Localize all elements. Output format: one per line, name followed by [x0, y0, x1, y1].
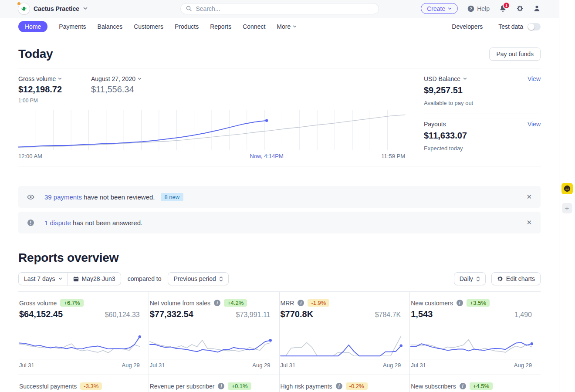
gross-volume-selector[interactable]: Gross volume — [18, 75, 91, 82]
metric-value: $64,152.45 — [19, 309, 63, 319]
chevron-down-icon — [293, 25, 297, 28]
search-icon — [186, 6, 192, 11]
date-range-button[interactable]: May28-Jun3 — [68, 272, 121, 285]
info-icon[interactable]: i — [298, 300, 304, 306]
change-badge: -3.3% — [80, 382, 102, 390]
account-menu[interactable]: Cactus Practice — [18, 3, 88, 14]
select-caret-icon — [476, 276, 480, 282]
info-icon[interactable]: i — [218, 383, 224, 389]
change-badge: +4.5% — [470, 382, 493, 390]
tab-label: Home — [25, 23, 41, 30]
global-search[interactable] — [180, 3, 379, 14]
alert-icon — [27, 219, 34, 226]
change-badge: +4.2% — [224, 299, 247, 307]
metric-value: $77,332.54 — [150, 309, 193, 319]
close-icon[interactable]: ✕ — [526, 219, 532, 226]
axis-end-label: Aug 29 — [122, 362, 140, 368]
developers-link[interactable]: Developers — [452, 21, 483, 32]
payments-review-banner: 39 payments have not been reviewed. 8 ne… — [18, 186, 541, 208]
create-button[interactable]: Create — [421, 3, 458, 14]
account-notification-dot — [17, 2, 20, 5]
compare-period-select[interactable]: Previous period — [168, 272, 228, 285]
metric-label: Gross volume — [19, 300, 57, 307]
tab-reports[interactable]: Reports — [210, 21, 231, 32]
account-name: Cactus Practice — [34, 5, 79, 12]
comparison-date-selector[interactable]: August 27, 2020 — [91, 75, 164, 82]
tab-balances[interactable]: Balances — [98, 21, 123, 32]
help-button[interactable]: ? Help — [467, 5, 490, 12]
notifications-button[interactable]: 1 — [499, 5, 507, 12]
metric-label: Net volume from sales — [150, 300, 210, 307]
edit-charts-button[interactable]: Edit charts — [491, 272, 541, 285]
metric-label: MRR — [281, 300, 294, 307]
today-gross-volume-chart — [18, 109, 405, 150]
dispute-link[interactable]: 1 dispute — [44, 219, 71, 226]
tab-connect[interactable]: Connect — [243, 21, 265, 32]
report-filters: Last 7 days May28-Jun3 compared to Previ… — [18, 272, 541, 285]
info-icon[interactable]: i — [336, 383, 342, 389]
chevron-down-icon — [58, 277, 62, 280]
tab-home[interactable]: Home — [18, 21, 47, 32]
card-high-risk-payments[interactable]: High risk payments i -0.2% 254 Jul 31 Au… — [280, 375, 410, 392]
view-payouts-link[interactable]: View — [528, 121, 541, 128]
usd-balance-caption: Available to pay out — [424, 100, 541, 106]
search-input[interactable] — [195, 5, 373, 13]
test-data-control: Test data — [498, 23, 541, 30]
range-preset-button[interactable]: Last 7 days — [18, 272, 68, 285]
profile-button[interactable] — [533, 5, 541, 12]
browser-side-rail: + — [559, 0, 575, 392]
interval-value: Daily — [460, 275, 473, 282]
question-circle-icon: ? — [467, 5, 474, 12]
payments-review-text: have not been reviewed. — [84, 193, 155, 201]
view-balance-link[interactable]: View — [528, 75, 541, 82]
extension-icon[interactable] — [561, 183, 573, 194]
card-revenue-per-subscriber[interactable]: Revenue per subscriber i +0.1% $107.50 J… — [149, 375, 280, 392]
date-range-group: Last 7 days May28-Jun3 — [18, 272, 121, 285]
card-mrr[interactable]: MRR i -1.9% $770.8K $784.7K Jul 31 Aug 2… — [280, 292, 410, 375]
metric-label: Successful payments — [19, 383, 77, 390]
metric-compare-value: $784.7K — [375, 311, 401, 319]
tab-products[interactable]: Products — [175, 21, 199, 32]
tab-customers[interactable]: Customers — [134, 21, 163, 32]
sparkline-chart — [411, 331, 532, 358]
payments-review-link[interactable]: 39 payments — [44, 193, 82, 201]
tab-payments[interactable]: Payments — [59, 21, 86, 32]
calendar-icon — [73, 276, 79, 282]
add-button[interactable]: + — [562, 203, 572, 213]
info-icon[interactable]: i — [457, 300, 463, 306]
card-gross-volume[interactable]: Gross volume i +6.7% $64,152.45 $60,124.… — [18, 292, 149, 375]
compare-period-value: Previous period — [173, 275, 216, 282]
metric-label: New customers — [411, 300, 453, 307]
close-icon[interactable]: ✕ — [526, 193, 532, 201]
card-new-subscribers[interactable]: New subscribers i +4.5% 12,962 Jul 31 Au… — [410, 375, 541, 392]
metric-compare-value: 1,490 — [514, 311, 532, 319]
balance-panel: USD Balance View $9,257.51 Available to … — [414, 68, 541, 166]
card-new-customers[interactable]: New customers i +3.5% 1,543 1,490 Jul 31… — [410, 292, 541, 375]
tab-label: Balances — [98, 23, 123, 30]
chevron-down-icon — [83, 7, 88, 10]
info-icon[interactable]: i — [214, 300, 220, 306]
axis-start-label: Jul 31 — [411, 362, 426, 368]
dispute-text: has not been answered. — [73, 219, 142, 226]
card-successful-payments[interactable]: Successful payments i -3.3% 5,896 Jul 31… — [18, 375, 149, 392]
test-data-toggle[interactable] — [528, 23, 541, 30]
create-label: Create — [427, 5, 445, 12]
interval-select[interactable]: Daily — [454, 272, 486, 285]
usd-balance-selector[interactable]: USD Balance — [424, 75, 467, 82]
axis-end-label: Aug 29 — [514, 362, 532, 368]
tab-more[interactable]: More — [277, 21, 297, 32]
info-icon[interactable]: i — [460, 383, 466, 389]
cactus-icon — [20, 5, 27, 12]
metric-label: Revenue per subscriber — [150, 383, 215, 390]
eye-icon — [27, 193, 34, 201]
metric-compare-value: $73,991.11 — [236, 311, 271, 319]
settings-button[interactable] — [516, 5, 524, 12]
change-badge: -0.2% — [346, 382, 368, 390]
card-net-volume[interactable]: Net volume from sales i +4.2% $77,332.54… — [149, 292, 280, 375]
axis-end-label: Aug 29 — [383, 362, 401, 368]
metric-value: 1,543 — [411, 309, 433, 319]
chevron-down-icon — [138, 78, 142, 80]
payouts-value: $11,633.07 — [424, 131, 541, 141]
pay-out-funds-button[interactable]: Pay out funds — [489, 47, 541, 61]
change-badge: +6.7% — [60, 299, 83, 307]
